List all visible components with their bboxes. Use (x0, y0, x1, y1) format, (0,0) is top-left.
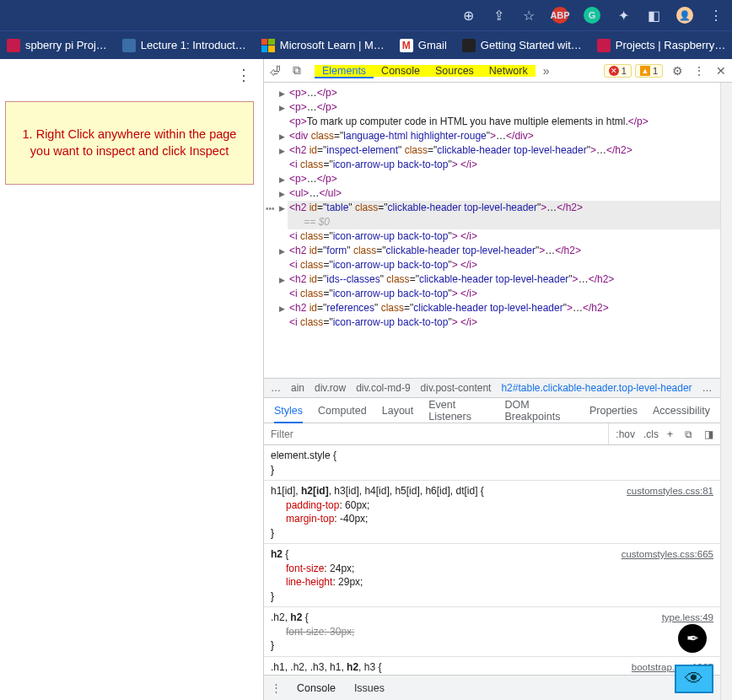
devtools-tab-network[interactable]: Network (482, 65, 536, 77)
element-node[interactable]: ▶<p>…</p> (288, 172, 720, 186)
filter-btn[interactable]: :hov (616, 428, 635, 440)
css-property[interactable]: font-size: 24px; (271, 562, 713, 576)
bookmark-item[interactable]: MGmail (400, 39, 447, 52)
element-node[interactable]: <i class="icon-arrow-up back-to-top"> </… (288, 229, 720, 244)
scrollbar[interactable] (720, 83, 732, 700)
sidepanel-icon[interactable]: ◧ (646, 8, 661, 23)
expand-triangle-icon[interactable]: ▶ (279, 144, 285, 159)
computed-toggle-icon[interactable]: ⧉ (680, 428, 697, 440)
bookmark-item[interactable]: spberry pi Proj… (7, 39, 107, 52)
css-rule[interactable]: customstyles.css:81h1[id], h2[id], h3[id… (264, 481, 720, 544)
error-count-badge[interactable]: ✕1 (604, 64, 632, 78)
subtab-computed[interactable]: Computed (318, 405, 367, 417)
breadcrumb-item[interactable]: div.row (315, 382, 346, 394)
profile-avatar-icon[interactable]: 👤 (676, 7, 693, 24)
expand-triangle-icon[interactable]: ▶ (279, 245, 285, 259)
expand-triangle-icon[interactable]: ▶ (279, 87, 285, 101)
css-property[interactable]: font-size: 30px; (271, 625, 713, 639)
warning-count-badge[interactable]: ▲1 (635, 64, 663, 78)
element-node[interactable]: ▶<h2 id="ids--classes" class="clickable-… (288, 272, 720, 287)
element-node[interactable]: ▶<h2 id="references" class="clickable-he… (288, 301, 720, 315)
bookmark-item[interactable]: Projects | Raspberry… (597, 39, 726, 52)
bookmark-item[interactable]: Lecture 1: Introduct… (122, 39, 246, 52)
drawer-tab-console[interactable]: Console (297, 682, 336, 694)
breadcrumb-item[interactable]: … (702, 382, 713, 394)
drawer-menu-icon[interactable]: ⋮ (271, 681, 282, 694)
devtools-tab-elements[interactable]: Elements (315, 65, 374, 78)
rule-source-link[interactable]: customstyles.css:665 (622, 547, 713, 562)
styles-pane[interactable]: element.style {}customstyles.css:81h1[id… (264, 445, 720, 675)
bookmark-item[interactable]: Microsoft Learn | M… (261, 39, 385, 52)
element-node[interactable]: <i class="icon-arrow-up back-to-top"> </… (288, 258, 720, 272)
element-node[interactable]: <i class="icon-arrow-up back-to-top"> </… (288, 287, 720, 301)
element-node[interactable]: •••▶<h2 id="table" class="clickable-head… (288, 201, 720, 229)
expand-triangle-icon[interactable]: ▶ (279, 273, 285, 288)
abp-extension-icon[interactable]: ABP (552, 7, 568, 24)
sidebar-toggle-icon[interactable]: ◨ (697, 428, 720, 440)
devtools-tab-console[interactable]: Console (374, 65, 428, 77)
breadcrumb-item[interactable]: div.col-md-9 (356, 382, 410, 394)
element-node[interactable]: ▶<div class="language-html highlighter-r… (288, 129, 720, 143)
rule-source-link[interactable]: type.less:49 (662, 611, 713, 625)
share-icon[interactable]: ⇪ (491, 8, 506, 23)
breadcrumb-item[interactable]: h2#table.clickable-header.top-level-head… (501, 382, 692, 394)
expand-triangle-icon[interactable]: ▶ (279, 202, 285, 216)
element-node[interactable]: <i class="icon-arrow-up back-to-top"> </… (288, 315, 720, 330)
eye-tool-widget[interactable]: 👁 (675, 665, 713, 693)
subtab-accessibility[interactable]: Accessibility (653, 405, 710, 417)
subtab-styles[interactable]: Styles (274, 398, 303, 423)
css-property[interactable]: margin-top: 20px; (271, 674, 713, 675)
zoom-icon[interactable]: ⊕ (460, 8, 476, 23)
css-rule[interactable]: element.style {} (264, 445, 720, 481)
browser-menu-icon[interactable]: ⋮ (708, 8, 724, 23)
expand-triangle-icon[interactable]: ▶ (279, 130, 285, 144)
drawer-tab-issues[interactable]: Issues (354, 682, 385, 694)
css-rule[interactable]: type.less:49.h2, h2 {font-size: 30px;} (264, 607, 720, 657)
close-devtools-icon[interactable]: ✕ (710, 64, 732, 78)
element-node[interactable]: ▶<p>…</p> (288, 86, 720, 100)
breadcrumb-item[interactable]: … (271, 382, 281, 394)
grammarly-extension-icon[interactable]: G (584, 7, 600, 24)
css-property[interactable]: margin-top: -40px; (271, 512, 713, 526)
more-tabs-icon[interactable]: » (536, 64, 557, 78)
css-property[interactable]: padding-top: 60px; (271, 498, 713, 513)
pen-tool-widget[interactable]: ✒ (678, 624, 707, 653)
devtools-toolbar: ⮰ ⧉ ElementsConsoleSourcesNetwork » ✕1 ▲… (264, 59, 732, 83)
subtab-layout[interactable]: Layout (382, 405, 414, 417)
filter-btn[interactable]: + (667, 428, 673, 440)
expand-triangle-icon[interactable]: ▶ (279, 173, 285, 187)
subtab-properties[interactable]: Properties (589, 405, 638, 417)
bookmark-star-icon[interactable]: ☆ (521, 8, 536, 23)
css-property[interactable]: line-height: 29px; (271, 575, 713, 590)
element-node[interactable]: ▶<h2 id="inspect-element" class="clickab… (288, 143, 720, 158)
page-viewport[interactable]: ⋮ 1. Right Click anywhere within the pag… (0, 59, 263, 700)
css-rule[interactable]: bootstrap.css:1225.h1, .h2, .h3, h1, h2,… (264, 657, 720, 676)
device-toggle-icon[interactable]: ⧉ (286, 63, 308, 78)
inspect-element-icon[interactable]: ⮰ (264, 64, 286, 78)
breadcrumb-item[interactable]: ain (291, 382, 304, 394)
element-node[interactable]: ▶<h2 id="form" class="clickable-header t… (288, 244, 720, 258)
elements-tree[interactable]: ▶<p>…</p>▶<p>…</p><p>To mark up computer… (264, 83, 720, 378)
element-node[interactable]: ▶<ul>…</ul> (288, 186, 720, 201)
element-node[interactable]: ▶<p>…</p> (288, 100, 720, 115)
page-menu-icon[interactable]: ⋮ (236, 66, 251, 84)
subtab-event-listeners[interactable]: Event Listeners (428, 399, 489, 423)
expand-triangle-icon[interactable]: ▶ (279, 187, 285, 202)
filter-btn[interactable]: .cls (643, 428, 659, 440)
css-rule[interactable]: customstyles.css:665h2 {font-size: 24px;… (264, 544, 720, 607)
rule-source-link[interactable]: customstyles.css:81 (627, 484, 713, 498)
dom-breadcrumbs[interactable]: …aindiv.rowdiv.col-md-9div.post-contenth… (264, 378, 720, 398)
devtools-tab-sources[interactable]: Sources (428, 65, 482, 77)
breadcrumb-item[interactable]: div.post-content (421, 382, 492, 394)
styles-filter-input[interactable] (264, 424, 608, 444)
subtab-dom-breakpoints[interactable]: DOM Breakpoints (504, 399, 574, 423)
bookmark-item[interactable]: Getting Started wit… (462, 39, 582, 52)
extensions-puzzle-icon[interactable]: ✦ (616, 8, 631, 23)
devtools-menu-icon[interactable]: ⋮ (688, 64, 710, 78)
settings-gear-icon[interactable]: ⚙ (666, 64, 688, 78)
expand-triangle-icon[interactable]: ▶ (279, 302, 285, 316)
element-node[interactable]: <i class="icon-arrow-up back-to-top"> </… (288, 158, 720, 172)
element-node[interactable]: <p>To mark up computer code in HTML you … (288, 115, 720, 129)
favicon-icon (462, 39, 476, 52)
expand-triangle-icon[interactable]: ▶ (279, 101, 285, 116)
